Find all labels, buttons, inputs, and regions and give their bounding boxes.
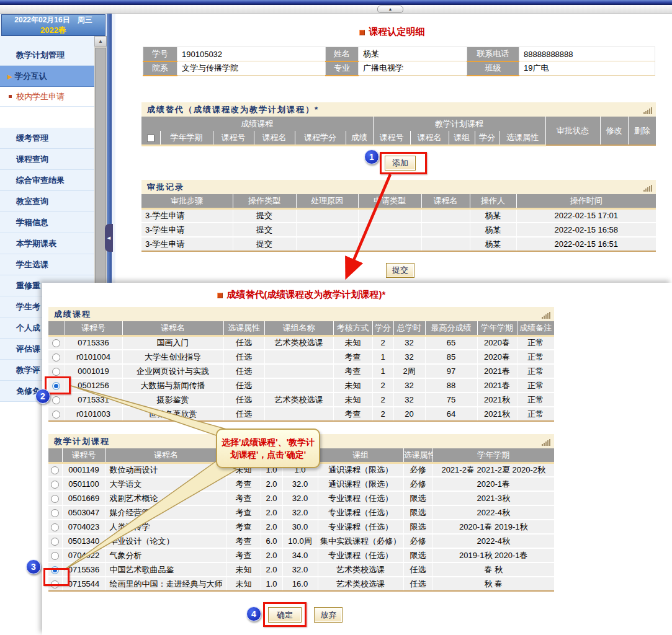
score-courses-title: 成绩课程: [48, 307, 554, 321]
field-label: 专业: [326, 61, 359, 76]
table-row: 0501100大学语文考查2.032.0通识课程（限选）必修2020-1春: [48, 477, 554, 491]
col-delete: 删除: [628, 117, 656, 145]
table-row: 0704022气象分析考查2.034.0专业课程（任选）限选2019-1秋 20…: [48, 548, 554, 562]
phone-value: 88888888888: [519, 47, 655, 61]
radio-button[interactable]: [51, 552, 59, 560]
step-badge-1: 1: [364, 149, 379, 164]
radio-button[interactable]: [51, 523, 59, 531]
top-toolstrip: [0, 5, 672, 14]
plan-courses-table: 课程号 课程名 考核方式 学分 学时 课组 选课属性 学年学期 0001149数…: [48, 448, 554, 592]
substitute-section-title: 成绩替代（成绩课程改为教学计划课程）*: [141, 102, 656, 117]
bullet-icon: [9, 95, 12, 98]
page-title: 课程认定明细: [112, 26, 672, 38]
resize-grip-icon: [542, 439, 550, 446]
table-row: r0101004大学生创业指导任选考查132852020春正常: [48, 350, 554, 364]
table-row: 0715544绘画里的中国：走进经典与大师未知1.016.0艺术类校选课任选秋 …: [48, 577, 554, 591]
highlight-box-add: [380, 152, 427, 174]
radio-button[interactable]: [52, 396, 60, 404]
arrow-right-icon: ▶: [7, 73, 12, 80]
square-bullet-icon: [217, 293, 223, 298]
table-row: 3-学生申请提交杨某2022-02-15 16:58: [141, 223, 656, 237]
col-modify: 修改: [600, 117, 628, 145]
radio-button[interactable]: [51, 509, 59, 517]
sidebar-item-deferred-exam[interactable]: 缓考管理: [0, 128, 94, 149]
table-row: 0715336国画入门任选艺术类校选课未知232652020春正常: [48, 335, 554, 350]
table-row: 0503047媒介经营管理考查2.032.0专业课程（任选）限选2022-4秋: [48, 505, 554, 520]
step-badge-3: 3: [26, 559, 41, 574]
resize-grip-icon: [542, 312, 550, 319]
sidebar-item-student-apply[interactable]: 校内学生申请: [0, 87, 94, 107]
panel-collapse-button[interactable]: ▲: [377, 6, 403, 13]
select-all-checkbox[interactable]: [147, 135, 155, 142]
sidebar-item-course-query[interactable]: 课程查询: [0, 149, 94, 170]
cancel-button[interactable]: 放弃: [314, 607, 343, 623]
table-row: 0715331摄影鉴赏任选艺术类校选课未知232752021秋正常: [48, 393, 554, 407]
step-badge-2: 2: [35, 389, 50, 404]
scroll-up-button[interactable]: ▲: [94, 36, 107, 47]
major-value: 广播电视学: [359, 61, 467, 76]
sidebar-item-course-select[interactable]: 学生选课: [0, 254, 94, 275]
menu-gap: [0, 107, 94, 128]
menu-spacer: [0, 36, 94, 45]
sidebar-item-student-status[interactable]: 学籍信息: [0, 212, 94, 233]
table-row: 0501340毕业设计（论文）考查6.010.0周集中实践课程（必修）必修202…: [48, 534, 554, 548]
sidebar-item-classroom-query[interactable]: 教室查询: [0, 191, 94, 212]
student-info-table: 学号 190105032 姓名 杨某 联系电话 88888888888 院系 文…: [143, 47, 655, 76]
sidebar-item-review-result[interactable]: 综合审查结果: [0, 170, 94, 191]
student-row: 院系 文学与传播学院 专业 广播电视学 班级 19广电: [143, 61, 655, 76]
col-approval-status: 审批状态: [545, 117, 600, 145]
radio-button[interactable]: [52, 368, 60, 376]
radio-button[interactable]: [51, 481, 59, 489]
term-text: 2022春: [2, 25, 105, 35]
field-label: 班级: [467, 61, 519, 76]
field-label: 联系电话: [467, 47, 519, 61]
top-blue-bar: [0, 0, 672, 5]
table-row: 0501669戏剧艺术概论考查2.032.0专业课程（任选）限选2021-3秋: [48, 491, 554, 505]
approval-section: 审批记录 审批步骤 操作类型 处理原因 申请类型 课程名 操作人 操作时间 3-…: [141, 180, 656, 252]
table-row: 3-学生申请提交杨某2022-02-15 16:51: [141, 237, 656, 251]
student-name-value: 杨某: [359, 47, 467, 61]
table-row: 0501256大数据与新闻传播任选未知232882021春正常: [48, 378, 554, 393]
table-row: 0001019企业网页设计与实践任选考查12周972021春正常: [48, 364, 554, 378]
radio-button[interactable]: [51, 466, 59, 474]
sidebar-item-plan-mgmt[interactable]: 教学计划管理: [0, 45, 94, 66]
highlight-box-confirm: [263, 602, 307, 627]
sidebar-item-term-timetable[interactable]: 本学期课表: [0, 233, 94, 254]
group-header-plan: 教学计划课程: [373, 117, 545, 131]
resize-grip-icon: [643, 185, 652, 192]
date-text: 2022年02月16日 周三: [2, 15, 105, 25]
score-courses-table: 课程号 课程名 选课属性 课组名称 考核方式 学分 总学时 最高分成绩 学年学期…: [48, 321, 554, 422]
score-courses-section: 成绩课程 课程号 课程名 选课属性 课组名称 考核方式 学分 总学时 最高分成绩…: [48, 307, 554, 422]
table-row: 0704023人类遗传学考查2.030.0专业课程（任选）限选2020-1春 2…: [48, 520, 554, 534]
resize-grip-icon: [643, 107, 652, 114]
highlight-box-plan-radio: [43, 568, 69, 586]
sidebar-item-credit-mutual[interactable]: ▶学分互认: [0, 66, 94, 87]
submit-button[interactable]: 提交: [386, 263, 414, 278]
radio-button[interactable]: [52, 353, 60, 362]
step-badge-4: 4: [246, 606, 261, 621]
field-label: 学号: [143, 47, 177, 61]
field-label: 姓名: [326, 47, 359, 61]
sidebar-date-header: 2022年02月16日 周三 2022春: [1, 14, 105, 36]
student-id-value: 190105032: [177, 47, 326, 61]
square-bullet-icon: [359, 30, 365, 35]
select-all-cell: [141, 131, 160, 145]
field-label: 院系: [143, 61, 177, 76]
radio-button[interactable]: [51, 495, 59, 503]
group-header-score: 成绩课程: [141, 117, 373, 131]
radio-button[interactable]: [52, 411, 60, 419]
sidebar-collapse-tab[interactable]: ◀: [105, 224, 113, 252]
table-row: 3-学生申请提交杨某2022-02-15 17:01: [141, 208, 656, 223]
class-value: 19广电: [519, 61, 655, 76]
callout-bubble: 选择'成绩课程'、'教学计划课程'，点击'确定': [216, 429, 320, 468]
substitute-table: 成绩课程 教学计划课程 审批状态 修改 删除 学年学期 课程号 课程名 课程学分…: [141, 117, 656, 146]
scroll-up-icon: ▲: [98, 38, 103, 44]
department-value: 文学与传播学院: [177, 61, 326, 76]
table-row: r0101003世界名著欣赏任选考查220642021秋正常: [48, 407, 554, 421]
dialog-title: 成绩替代(成绩课程改为教学计划课程)*: [48, 289, 554, 301]
radio-button[interactable]: [51, 538, 59, 546]
student-row: 学号 190105032 姓名 杨某 联系电话 88888888888: [143, 47, 655, 61]
table-row: 0715536中国艺术歌曲品鉴未知2.032.0艺术类校选课任选春 秋: [48, 562, 554, 577]
radio-button[interactable]: [52, 339, 60, 347]
substitute-section: 成绩替代（成绩课程改为教学计划课程）* 成绩课程 教学计划课程 审批状态 修改 …: [141, 102, 656, 146]
